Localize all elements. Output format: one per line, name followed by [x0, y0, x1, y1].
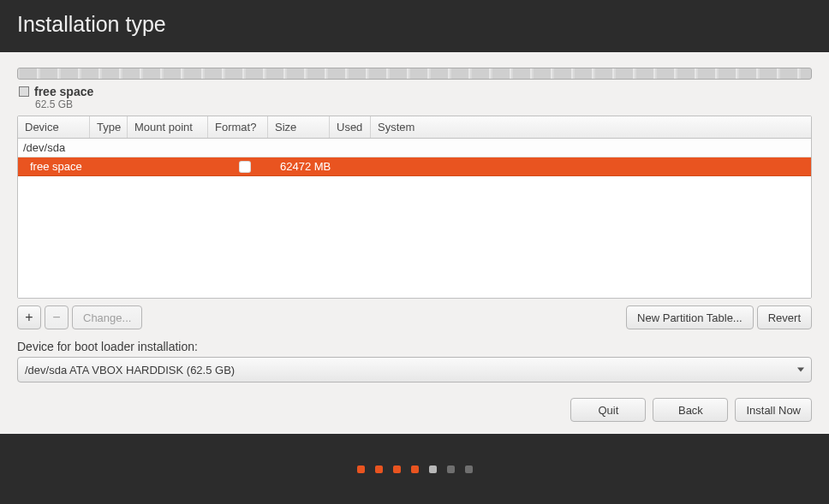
wizard-progress-footer — [0, 434, 829, 504]
table-row-selected[interactable]: free space 62472 MB — [18, 157, 811, 176]
back-button[interactable]: Back — [653, 398, 728, 422]
add-partition-button[interactable]: + — [17, 305, 41, 329]
col-header-device[interactable]: Device — [18, 116, 90, 138]
content-area: free space 62.5 GB Device Type Mount poi… — [0, 52, 829, 434]
partition-table: Device Type Mount point Format? Size Use… — [17, 116, 812, 299]
bootloader-device-combo[interactable]: /dev/sda ATA VBOX HARDDISK (62.5 GB) — [17, 357, 812, 382]
table-row-parent[interactable]: /dev/sda — [18, 139, 811, 157]
cell-child-format[interactable] — [215, 161, 275, 173]
quit-button[interactable]: Quit — [570, 398, 646, 422]
col-header-mount[interactable]: Mount point — [128, 116, 208, 138]
col-header-used[interactable]: Used — [330, 116, 371, 138]
cell-child-device: free space — [25, 160, 97, 173]
bootloader-label: Device for boot loader installation: — [17, 340, 812, 353]
progress-dot-5 — [429, 465, 437, 473]
table-body: /dev/sda free space 62472 MB — [18, 139, 811, 298]
col-header-format[interactable]: Format? — [208, 116, 268, 138]
legend-title: free space — [34, 85, 93, 98]
progress-dot-7 — [465, 465, 473, 473]
progress-dot-1 — [357, 465, 365, 473]
remove-partition-button[interactable]: − — [45, 305, 69, 329]
progress-dot-6 — [447, 465, 455, 473]
progress-dot-3 — [393, 465, 401, 473]
table-header-row: Device Type Mount point Format? Size Use… — [18, 116, 811, 139]
legend-swatch-freespace — [19, 86, 29, 97]
progress-dot-2 — [375, 465, 383, 473]
change-partition-button[interactable]: Change... — [72, 305, 142, 329]
chevron-down-icon — [797, 368, 804, 372]
install-now-button[interactable]: Install Now — [735, 398, 812, 422]
progress-dot-4 — [411, 465, 419, 473]
col-header-size[interactable]: Size — [268, 116, 330, 138]
col-header-system[interactable]: System — [371, 116, 811, 138]
page-title: Installation type — [17, 12, 166, 36]
format-checkbox[interactable] — [239, 161, 251, 173]
legend-text: free space 62.5 GB — [34, 85, 93, 110]
cell-child-size: 62472 MB — [275, 160, 337, 173]
wizard-actions: Quit Back Install Now — [17, 398, 812, 422]
disk-legend: free space 62.5 GB — [17, 85, 812, 116]
partition-toolbar: + − Change... New Partition Table... Rev… — [17, 305, 812, 329]
col-header-type[interactable]: Type — [90, 116, 128, 138]
legend-subtitle: 62.5 GB — [34, 98, 93, 110]
new-partition-table-button[interactable]: New Partition Table... — [626, 305, 754, 329]
page-header: Installation type — [0, 0, 829, 52]
revert-button[interactable]: Revert — [757, 305, 812, 329]
cell-parent-device: /dev/sda — [18, 141, 70, 154]
disk-usage-bar[interactable] — [17, 68, 812, 80]
bootloader-device-value: /dev/sda ATA VBOX HARDDISK (62.5 GB) — [25, 364, 235, 377]
